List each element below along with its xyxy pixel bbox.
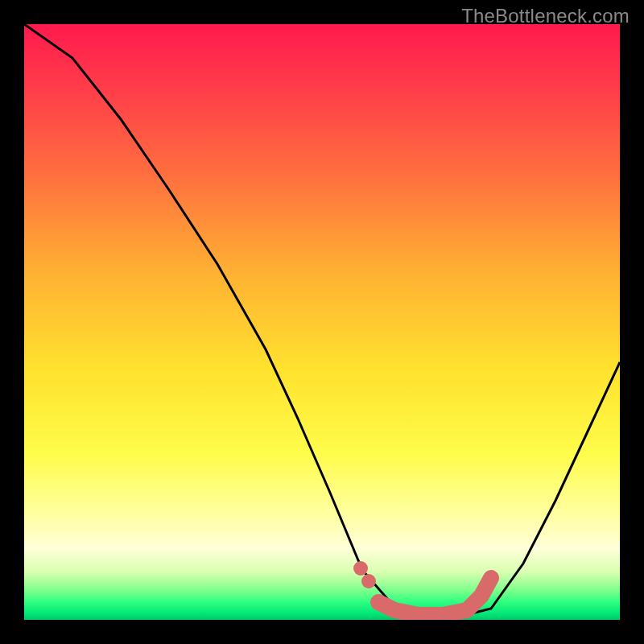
- bottleneck-curve-path: [24, 24, 620, 617]
- optimal-highlight: [353, 561, 491, 615]
- highlight-dot: [361, 574, 376, 588]
- highlight-bar: [378, 578, 491, 615]
- bottleneck-curve: [24, 24, 620, 617]
- watermark-text: TheBottleneck.com: [461, 5, 630, 27]
- chart-frame: [24, 24, 620, 620]
- highlight-dot: [353, 561, 368, 576]
- bottleneck-curve-svg: [24, 24, 620, 620]
